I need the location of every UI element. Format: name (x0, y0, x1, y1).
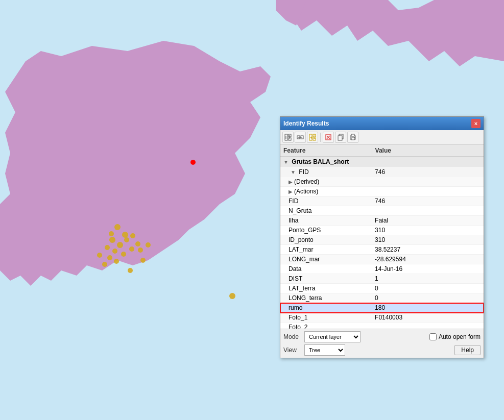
chevron-right-icon: ▶ (289, 179, 293, 185)
expand-tree-btn[interactable] (282, 132, 294, 143)
svg-point-44 (354, 137, 355, 138)
field-cell: LAT_mar (280, 245, 372, 255)
field-cell: LAT_terra (280, 284, 372, 293)
copy-icon (337, 134, 344, 141)
panel-footer: Mode Current layer All layers Top down A… (280, 329, 484, 358)
value-column-header: Value (372, 145, 484, 157)
print-btn[interactable] (347, 132, 358, 143)
value-cell: 746 (372, 196, 484, 206)
svg-point-0 (114, 224, 121, 230)
table-row[interactable]: LONG_mar-28.629594 (280, 255, 484, 264)
table-header-row: Feature Value (280, 145, 484, 157)
svg-point-12 (129, 246, 134, 252)
table-row[interactable]: LONG_terra0 (280, 293, 484, 303)
value-cell: -28.629594 (372, 255, 484, 264)
help-button[interactable]: Help (454, 345, 481, 355)
fid-value-cell: 746 (372, 167, 484, 177)
map-marker (190, 160, 196, 165)
field-cell: Ilha (280, 216, 372, 226)
mode-select[interactable]: Current layer All layers Top down (304, 331, 361, 342)
table-row[interactable]: IlhaFaial (280, 216, 484, 226)
table-row[interactable]: FID746 (280, 196, 484, 206)
table-row[interactable]: rumo180 (280, 303, 484, 313)
value-cell (372, 187, 484, 196)
svg-point-1 (122, 232, 128, 238)
svg-point-14 (124, 237, 129, 242)
field-cell: ▶(Actions) (280, 187, 372, 196)
field-cell: ▶(Derived) (280, 177, 372, 187)
feature-group-row[interactable]: ▼ Grutas BALA_short (280, 157, 484, 167)
value-cell (372, 206, 484, 216)
value-cell: 310 (372, 226, 484, 235)
view-select[interactable]: Tree Table (304, 344, 345, 356)
svg-point-4 (109, 231, 114, 236)
table-row[interactable]: LAT_terra0 (280, 284, 484, 293)
panel-toolbar: + + + (280, 130, 484, 145)
svg-point-13 (135, 241, 140, 246)
mode-row: Mode Current layer All layers Top down A… (283, 331, 481, 342)
table-row[interactable]: ▶(Derived) (280, 177, 484, 187)
feature-group-cell: ▼ Grutas BALA_short (280, 157, 484, 167)
collapse-tree-icon (297, 134, 304, 141)
svg-text:+: + (310, 135, 313, 140)
fid-group-row[interactable]: ▼ FID 746 (280, 167, 484, 177)
value-cell (372, 323, 484, 329)
copy-btn[interactable] (335, 132, 346, 143)
field-cell: ID_ponto (280, 235, 372, 245)
table-row[interactable]: LAT_mar38.52237 (280, 245, 484, 255)
close-button[interactable]: × (471, 119, 481, 128)
value-cell: 1 (372, 274, 484, 284)
svg-point-20 (229, 293, 235, 299)
svg-point-5 (112, 249, 117, 254)
svg-point-15 (130, 233, 135, 238)
svg-point-19 (140, 258, 146, 263)
field-cell: FID (280, 196, 372, 206)
chevron-right-icon: ▶ (289, 189, 293, 194)
svg-point-2 (109, 237, 115, 243)
clear-results-btn[interactable] (323, 132, 334, 143)
auto-open-text: Auto open form (439, 333, 481, 340)
svg-point-8 (114, 259, 119, 264)
svg-point-16 (138, 248, 143, 253)
feature-group-label: Grutas BALA_short (292, 158, 349, 165)
svg-point-18 (128, 268, 133, 273)
table-row[interactable]: ID_ponto310 (280, 235, 484, 245)
toolbar-separator-1 (320, 133, 321, 142)
svg-point-3 (117, 242, 123, 248)
field-cell: DIST (280, 274, 372, 284)
table-row[interactable]: ▶(Actions) (280, 187, 484, 196)
table-row[interactable]: N_Gruta (280, 206, 484, 216)
value-cell (372, 177, 484, 187)
svg-point-9 (102, 262, 107, 267)
table-row[interactable]: Foto_1F0140003 (280, 313, 484, 323)
feature-table: Feature Value ▼ Grutas BALA_short ▼ FID (280, 145, 484, 329)
svg-point-10 (121, 252, 126, 257)
expand-tree-icon (284, 134, 292, 141)
table-row[interactable]: Data14-Jun-16 (280, 264, 484, 274)
view-select-wrapper: Tree Table (304, 344, 345, 356)
print-icon (349, 134, 356, 141)
svg-rect-43 (351, 138, 354, 140)
feature-column-header: Feature (280, 145, 372, 157)
collapse-tree-btn[interactable] (295, 132, 306, 143)
value-cell: 38.52237 (372, 245, 484, 255)
value-cell: 0 (372, 284, 484, 293)
field-cell: Data (280, 264, 372, 274)
svg-rect-40 (338, 136, 342, 140)
table-row[interactable]: DIST1 (280, 274, 484, 284)
table-container[interactable]: Feature Value ▼ Grutas BALA_short ▼ FID (280, 145, 484, 329)
table-row[interactable]: Ponto_GPS310 (280, 226, 484, 235)
expand-all-btn[interactable]: + + + (307, 132, 318, 143)
svg-rect-42 (351, 134, 354, 136)
clear-icon (325, 134, 332, 141)
svg-point-7 (107, 255, 112, 260)
field-cell: LONG_terra (280, 293, 372, 303)
fid-group-cell: ▼ FID (280, 167, 372, 177)
svg-text:+: + (314, 137, 316, 140)
auto-open-checkbox[interactable] (429, 333, 437, 340)
fid-expand-icon: ▼ (291, 169, 296, 175)
table-row[interactable]: Foto_2 (280, 323, 484, 329)
value-cell: 310 (372, 235, 484, 245)
value-cell: 180 (372, 303, 484, 313)
field-cell: Ponto_GPS (280, 226, 372, 235)
